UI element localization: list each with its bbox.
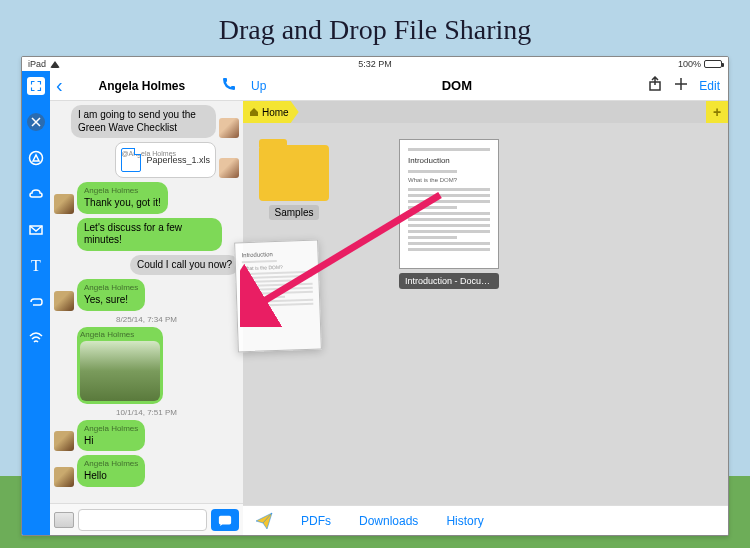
device-label: iPad [28,59,46,69]
ipad-frame: iPad 5:32 PM 100% T ‹ Angela Holmes [21,56,729,536]
avatar [54,291,74,311]
breadcrumb-home[interactable]: Home [243,101,299,123]
message-in: Let's discuss for a few minutes! [54,218,239,251]
send-button[interactable] [211,509,239,531]
message-in: Angela HolmesHi [54,420,239,452]
message-out: I am going to send you the Green Wave Ch… [54,105,239,138]
chat-title: Angela Holmes [69,79,215,93]
message-input[interactable] [78,509,207,531]
file-header: Up DOM Edit [243,71,728,101]
wifi-icon [50,61,60,68]
message-out: Could I call you now? [54,255,239,276]
message-file[interactable]: @Angela Holmes Paperless_1.xls [54,142,239,178]
message-in: Angela HolmesThank you, got it! [54,182,239,214]
clock: 5:32 PM [358,59,392,69]
close-icon[interactable] [27,113,45,131]
mail-icon[interactable] [27,221,45,239]
file-footer: PDFs Downloads History [243,505,728,535]
downloads-tab[interactable]: Downloads [359,514,418,528]
staple-icon[interactable] [27,293,45,311]
status-bar: iPad 5:32 PM 100% [22,57,728,71]
edit-button[interactable]: Edit [699,79,720,93]
drag-ghost: Introduction What is the DOM? [234,240,322,353]
folder-item[interactable]: Samples [259,139,329,220]
expand-icon[interactable] [27,77,45,95]
back-button[interactable]: ‹ [56,74,63,97]
folder-icon [259,145,329,201]
text-icon[interactable]: T [27,257,45,275]
avatar [54,431,74,451]
document-label: Introduction - Document Object... [399,273,499,289]
plus-icon[interactable] [673,76,689,95]
message-photo[interactable]: Angela Holmes [54,327,239,404]
wifi-share-icon[interactable] [27,329,45,347]
document-item[interactable]: Introduction What is the DOM? Introducti… [399,139,499,289]
share-icon[interactable] [647,76,663,95]
avatar [219,118,239,138]
add-folder-button[interactable]: + [706,101,728,123]
avatar [54,467,74,487]
photo-button[interactable] [54,512,74,528]
folder-title: DOM [274,78,639,93]
timestamp: 10/1/14, 7:51 PM [54,408,239,417]
photo-thumbnail [80,341,160,401]
folder-label: Samples [269,205,320,220]
battery-icon [704,60,722,68]
paper-plane-icon[interactable] [255,512,273,530]
message-in: Angela HolmesHello [54,455,239,487]
avatar [219,158,239,178]
history-tab[interactable]: History [446,514,483,528]
pdfs-tab[interactable]: PDFs [301,514,331,528]
message-in: Angela HolmesYes, sure! [54,279,239,311]
app-layout: T ‹ Angela Holmes I am going to send you… [22,71,728,535]
sidebar: T [22,71,50,535]
home-icon [249,107,259,117]
page-title: Drag and Drop File Sharing [0,0,750,56]
battery-percent: 100% [678,59,701,69]
message-list[interactable]: I am going to send you the Green Wave Ch… [50,101,243,503]
chat-pane: ‹ Angela Holmes I am going to send you t… [50,71,243,535]
breadcrumb: Home + [243,101,728,123]
phone-icon[interactable] [221,76,237,96]
chat-header: ‹ Angela Holmes [50,71,243,101]
file-icon [121,148,141,172]
document-preview: Introduction What is the DOM? [399,139,499,269]
cloud-icon[interactable] [27,185,45,203]
timestamp: 8/25/14, 7:34 PM [54,315,239,324]
compass-icon[interactable] [27,149,45,167]
avatar [54,194,74,214]
chat-input-bar [50,503,243,535]
up-button[interactable]: Up [251,79,266,93]
